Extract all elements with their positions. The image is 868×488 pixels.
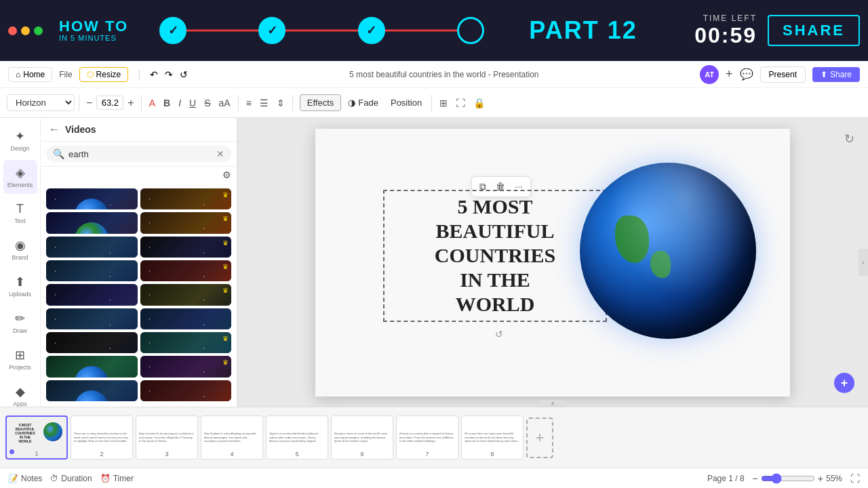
comments-button[interactable]: 💬: [740, 68, 753, 81]
text-spacing-button[interactable]: ⇕: [273, 96, 288, 110]
font-family-select[interactable]: Horizon: [7, 94, 75, 111]
right-panel-handle[interactable]: ‹: [859, 249, 868, 276]
timer-button[interactable]: ⏰ Timer: [100, 474, 134, 483]
list-button[interactable]: ☰: [256, 96, 272, 110]
undo-button[interactable]: ↶: [150, 69, 158, 80]
video-thumb-11[interactable]: 30.0s: [46, 308, 138, 329]
video-thumb-9[interactable]: 20.0s: [46, 284, 138, 305]
slide-thumb-3[interactable]: Italy is known for its stunning art, arc…: [136, 415, 198, 460]
video-thumb-13[interactable]: 12.0s: [46, 332, 138, 353]
share-top-button[interactable]: SHARE: [768, 15, 860, 46]
header-bar: ⌂ Home File ⬡ Resize | ↶ ↷ ↺ 5 most beau…: [0, 61, 868, 88]
home-button[interactable]: ⌂ Home: [8, 67, 52, 82]
video-thumb-17[interactable]: 8.0s: [46, 380, 138, 401]
video-thumb-1[interactable]: 21.0s: [46, 188, 138, 209]
globe-image[interactable]: [573, 142, 763, 373]
effects-button[interactable]: Effects: [300, 94, 342, 111]
slide-thumb-4[interactable]: New Zealand is a breathtaking country wi…: [201, 415, 263, 460]
notes-button[interactable]: 📝 Notes: [8, 474, 42, 483]
font-color-button[interactable]: A: [146, 96, 159, 110]
crown-icon: ♛: [222, 215, 229, 222]
timer-block: TIME LEFT 00:59: [662, 14, 757, 48]
video-thumb-7[interactable]: 10.0s: [46, 260, 138, 281]
grid-button[interactable]: ⊞: [436, 96, 451, 110]
lock-button[interactable]: 🔒: [470, 96, 488, 110]
share-header-button[interactable]: ⬆ Share: [812, 67, 860, 82]
align-left-button[interactable]: ≡: [243, 96, 255, 110]
left-panel-icons: ✦ Design ◈ Elements T Text ◉ Brand ⬆ Upl…: [0, 118, 41, 407]
slide-thumb-6[interactable]: Norway is home to some of the world's mo…: [331, 415, 393, 460]
history-button[interactable]: ↺: [180, 69, 188, 80]
progress-step-4[interactable]: [457, 17, 484, 44]
sidebar-item-text[interactable]: T Text: [3, 197, 37, 230]
video-thumb-15[interactable]: 25.0s: [46, 356, 138, 377]
video-thumb-18[interactable]: 30.0s: [140, 380, 232, 401]
zoom-in-button[interactable]: +: [834, 373, 854, 393]
slide-thumb-7[interactable]: Greece is a country that is steeped in h…: [396, 415, 458, 460]
rotate-handle[interactable]: ↺: [495, 329, 503, 340]
video-thumb-3[interactable]: 25.0s: [46, 212, 138, 233]
sidebar-item-design[interactable]: ✦ Design: [3, 123, 37, 157]
sidebar-item-uploads[interactable]: ⬆ Uploads: [3, 269, 37, 303]
file-button[interactable]: File: [59, 70, 72, 79]
minimize-button[interactable]: [21, 26, 30, 35]
font-size-increase[interactable]: +: [125, 96, 136, 110]
sync-button[interactable]: ↻: [844, 131, 854, 146]
filter-button[interactable]: ⚙: [222, 169, 231, 180]
present-button[interactable]: Present: [760, 66, 806, 83]
video-thumb-16[interactable]: 20.0s ♛: [140, 356, 232, 377]
progress-step-1[interactable]: ✓: [159, 17, 186, 44]
progress-step-2[interactable]: ✓: [258, 17, 285, 44]
slides-strip: 5 MOSTBEAUTIFULCOUNTRIESIN THEWORLD 1 Th…: [0, 407, 868, 468]
bottom-panel-handle[interactable]: ∧: [539, 400, 566, 407]
bold-button[interactable]: B: [160, 96, 174, 110]
video-thumb-4[interactable]: 10.0s ♛: [140, 212, 232, 233]
add-user-button[interactable]: +: [726, 67, 733, 81]
strikethrough-button[interactable]: S: [201, 96, 214, 110]
position-button[interactable]: Position: [385, 96, 427, 110]
logo-line2: IN 5 MINUTES: [59, 34, 128, 42]
video-thumb-12[interactable]: 27.0s: [140, 308, 232, 329]
add-slide-button[interactable]: +: [526, 418, 553, 458]
slide-title-text: 5 MOSTBEAUTIFULCOUNTRIESIN THEWORLD: [435, 195, 555, 317]
slide-thumb-8[interactable]: Of course there are many more beautiful …: [461, 415, 524, 460]
slide-thumb-1[interactable]: 5 MOSTBEAUTIFULCOUNTRIESIN THEWORLD 1: [5, 415, 68, 460]
zoom-out-button[interactable]: −: [753, 473, 758, 484]
video-thumb-10[interactable]: 20.0s ♛: [140, 284, 232, 305]
sidebar-item-draw[interactable]: ✏ Draw: [3, 306, 37, 340]
redo-button[interactable]: ↷: [165, 69, 173, 80]
search-input[interactable]: [68, 149, 212, 159]
fit-screen-button[interactable]: ⛶: [850, 473, 860, 484]
sidebar-item-elements[interactable]: ◈ Elements: [3, 160, 37, 194]
video-thumb-6[interactable]: 24.0s ♛: [140, 237, 232, 258]
video-thumb-2[interactable]: 14.0s ♛: [140, 188, 232, 209]
logo: HOW TO IN 5 MINUTES: [59, 19, 128, 42]
crop-button[interactable]: ⛶: [452, 96, 469, 110]
video-thumb-14[interactable]: 18.0s ♛: [140, 332, 232, 353]
progress-step-3[interactable]: ✓: [358, 17, 385, 44]
fade-button[interactable]: ◑ Fade: [342, 96, 384, 110]
resize-button[interactable]: ⬡ Resize: [79, 67, 129, 82]
sidebar-item-apps[interactable]: ◆ Apps: [3, 379, 37, 407]
slide-thumb-2[interactable]: There are so many beautiful countries in…: [71, 415, 133, 460]
italic-button[interactable]: I: [175, 96, 184, 110]
sidebar-item-brand[interactable]: ◉ Brand: [3, 232, 37, 266]
text-case-button[interactable]: aA: [216, 96, 234, 110]
font-size-decrease[interactable]: −: [83, 96, 95, 110]
font-size-input[interactable]: [96, 96, 123, 110]
video-thumb-8[interactable]: 20.0s ♛: [140, 260, 232, 281]
slide-canvas[interactable]: ⧉ 🗑 ··· 5 MOSTBEAUTIFULCOUNTRIESIN THEWO…: [315, 129, 790, 396]
zoom-slider[interactable]: [761, 473, 815, 484]
canvas-area: ⧉ 🗑 ··· 5 MOSTBEAUTIFULCOUNTRIESIN THEWO…: [237, 118, 868, 407]
maximize-button[interactable]: [34, 26, 43, 35]
window-controls: [8, 26, 43, 35]
sidebar-item-projects[interactable]: ⊞ Projects: [3, 342, 37, 376]
duration-button[interactable]: ⏱ Duration: [50, 474, 92, 483]
clear-search-button[interactable]: ✕: [216, 148, 224, 159]
back-button[interactable]: ←: [49, 123, 60, 136]
video-thumb-5[interactable]: 29.0s: [46, 237, 138, 258]
zoom-in-status-button[interactable]: +: [818, 473, 823, 484]
slide-thumb-5[interactable]: Japan is a country that blends tradition…: [266, 415, 328, 460]
underline-button[interactable]: U: [186, 96, 199, 110]
close-button[interactable]: [8, 26, 17, 35]
